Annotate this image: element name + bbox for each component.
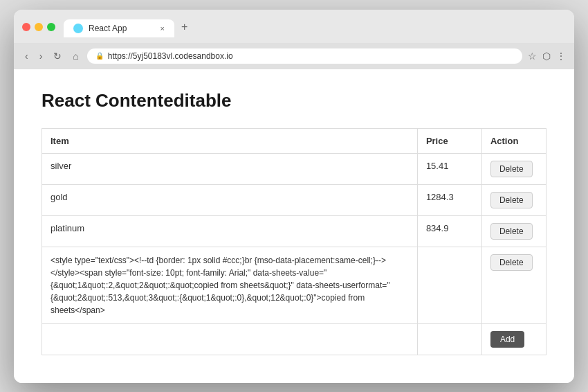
action-cell: Delete bbox=[481, 153, 546, 184]
new-table-row: Add bbox=[42, 323, 546, 355]
traffic-lights bbox=[22, 23, 55, 31]
lock-icon: 🔒 bbox=[95, 52, 104, 60]
address-actions: ☆ ⬡ ⋮ bbox=[528, 51, 566, 62]
bookmark-icon[interactable]: ☆ bbox=[528, 51, 537, 62]
price-cell[interactable]: 834.9 bbox=[417, 215, 481, 247]
browser-window: React App × + ‹ › ↻ ⌂ 🔒 https://5yj50183… bbox=[14, 10, 574, 383]
action-cell: Delete bbox=[481, 184, 546, 215]
delete-button[interactable]: Delete bbox=[490, 223, 533, 240]
delete-button[interactable]: Delete bbox=[490, 192, 533, 208]
add-button[interactable]: Add bbox=[490, 331, 524, 348]
item-cell[interactable]: silver bbox=[42, 153, 418, 184]
pasted-content: <style type="text/css"><!--td {border: 1… bbox=[50, 256, 390, 315]
price-cell[interactable] bbox=[417, 247, 481, 323]
tab-favicon bbox=[73, 24, 83, 33]
column-header-price: Price bbox=[417, 128, 481, 153]
column-header-action: Action bbox=[481, 128, 546, 153]
browser-tab[interactable]: React App × bbox=[64, 19, 174, 37]
item-cell-pasted[interactable]: <style type="text/css"><!--td {border: 1… bbox=[42, 247, 418, 323]
home-button[interactable]: ⌂ bbox=[70, 49, 81, 63]
page-content: React Contenteditable Item Price Action … bbox=[14, 69, 574, 383]
new-price-cell[interactable] bbox=[417, 323, 481, 355]
settings-icon[interactable]: ⋮ bbox=[556, 51, 566, 62]
new-tab-button[interactable]: + bbox=[174, 17, 194, 37]
data-table: Item Price Action silver 15.41 Delete go… bbox=[42, 128, 546, 355]
minimize-button[interactable] bbox=[35, 23, 43, 31]
delete-button[interactable]: Delete bbox=[490, 161, 533, 177]
item-cell[interactable]: platinum bbox=[42, 215, 418, 247]
table-row: silver 15.41 Delete bbox=[42, 153, 546, 184]
refresh-button[interactable]: ↻ bbox=[50, 49, 64, 63]
back-button[interactable]: ‹ bbox=[22, 49, 31, 63]
delete-button[interactable]: Delete bbox=[490, 254, 533, 271]
price-cell[interactable]: 15.41 bbox=[417, 153, 481, 184]
tab-close-button[interactable]: × bbox=[160, 24, 165, 33]
item-cell[interactable]: gold bbox=[42, 184, 418, 215]
table-row: <style type="text/css"><!--td {border: 1… bbox=[42, 247, 546, 323]
action-cell: Delete bbox=[481, 215, 546, 247]
add-action-cell: Add bbox=[481, 323, 546, 355]
url-text: https://5yj50183vl.codesandbox.io bbox=[108, 51, 233, 61]
table-row: gold 1284.3 Delete bbox=[42, 184, 546, 215]
tabs-row: React App × + bbox=[64, 17, 566, 37]
url-bar[interactable]: 🔒 https://5yj50183vl.codesandbox.io bbox=[87, 48, 522, 64]
action-cell: Delete bbox=[481, 247, 546, 323]
price-cell[interactable]: 1284.3 bbox=[417, 184, 481, 215]
table-row: platinum 834.9 Delete bbox=[42, 215, 546, 247]
tab-title: React App bbox=[89, 24, 127, 33]
column-header-item: Item bbox=[42, 128, 418, 153]
close-button[interactable] bbox=[22, 23, 30, 31]
maximize-button[interactable] bbox=[47, 23, 55, 31]
forward-button[interactable]: › bbox=[37, 49, 46, 63]
title-bar: React App × + bbox=[14, 10, 574, 43]
page-title: React Contenteditable bbox=[42, 90, 546, 112]
table-header-row: Item Price Action bbox=[42, 128, 546, 153]
extension-icon[interactable]: ⬡ bbox=[542, 51, 551, 62]
address-bar: ‹ › ↻ ⌂ 🔒 https://5yj50183vl.codesandbox… bbox=[14, 43, 574, 69]
new-item-cell[interactable] bbox=[42, 323, 418, 355]
